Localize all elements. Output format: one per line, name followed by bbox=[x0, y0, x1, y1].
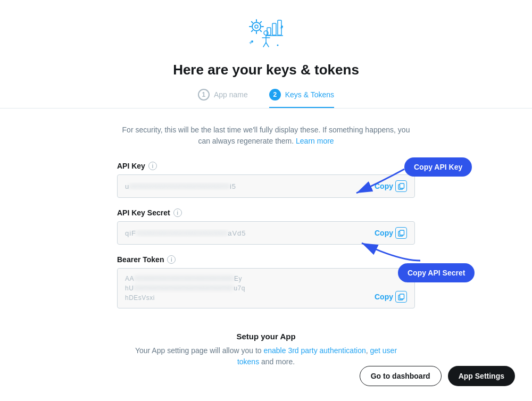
enable-3rd-party-link[interactable]: enable 3rd party authentication bbox=[263, 346, 365, 355]
security-notice: For security, this will be the last time… bbox=[117, 124, 415, 147]
bearer-token-section: Bearer Token i AA•••••••••••••••••••••••… bbox=[117, 255, 415, 308]
bearer-token-value: AA••••••••••••••••••••••••••••••••••••••… bbox=[125, 274, 368, 303]
hero-icon: + + bbox=[245, 16, 287, 62]
api-key-section: API Key i u•••••••••••••••••••••••••••••… bbox=[117, 162, 415, 198]
copy-api-key-icon bbox=[395, 180, 407, 192]
copy-api-secret-button[interactable]: Copy bbox=[368, 227, 407, 239]
svg-line-9 bbox=[260, 22, 261, 23]
api-key-secret-section: API Key Secret i qiF••••••••••••••••••••… bbox=[117, 208, 415, 245]
copy-bearer-token-icon bbox=[395, 291, 407, 303]
learn-more-link[interactable]: Learn more bbox=[296, 137, 334, 145]
api-key-secret-info-icon[interactable]: i bbox=[173, 208, 182, 217]
api-key-value: u••••••••••••••••••••••••••••••••••i5 bbox=[125, 182, 368, 190]
svg-line-18 bbox=[266, 43, 269, 47]
setup-desc: Your App setting page will allow you to … bbox=[117, 345, 415, 367]
svg-text:+: + bbox=[249, 40, 252, 46]
svg-rect-29 bbox=[400, 294, 404, 299]
bottom-bar: Go to dashboard App Settings bbox=[360, 366, 515, 386]
step1-circle: 1 bbox=[198, 89, 210, 101]
step2-label: Keys & Tokens bbox=[285, 90, 334, 99]
svg-point-0 bbox=[252, 22, 261, 31]
stepper: 1 App name 2 Keys & Tokens bbox=[198, 89, 334, 108]
svg-line-6 bbox=[252, 22, 253, 23]
copy-api-key-callout-text: Copy API Key bbox=[404, 157, 472, 177]
svg-point-21 bbox=[277, 45, 279, 46]
svg-line-8 bbox=[252, 30, 253, 31]
bearer-token-field: AA••••••••••••••••••••••••••••••••••••••… bbox=[117, 268, 415, 308]
bearer-token-info-icon[interactable]: i bbox=[167, 255, 176, 264]
go-to-dashboard-button[interactable]: Go to dashboard bbox=[360, 366, 442, 386]
copy-bearer-token-button[interactable]: Copy bbox=[368, 291, 407, 303]
api-key-label: API Key i bbox=[117, 162, 415, 170]
svg-line-7 bbox=[260, 30, 261, 31]
svg-rect-11 bbox=[272, 23, 276, 35]
api-key-info-icon[interactable]: i bbox=[148, 162, 157, 170]
svg-rect-25 bbox=[400, 183, 404, 188]
api-key-secret-value: qiF•••••••••••••••••••••••••••••••aVd5 bbox=[125, 229, 368, 237]
copy-api-secret-icon bbox=[395, 227, 407, 239]
step-app-name[interactable]: 1 App name bbox=[198, 89, 248, 108]
copy-api-key-button[interactable]: Copy bbox=[368, 180, 407, 192]
api-key-secret-field: qiF•••••••••••••••••••••••••••••••aVd5 C… bbox=[117, 221, 415, 245]
api-key-field: u••••••••••••••••••••••••••••••••••i5 Co… bbox=[117, 174, 415, 198]
step-keys-tokens[interactable]: 2 Keys & Tokens bbox=[269, 89, 334, 108]
copy-api-secret-callout-text: Copy API Secret bbox=[398, 263, 475, 282]
api-key-secret-label: API Key Secret i bbox=[117, 208, 415, 217]
svg-text:+: + bbox=[280, 25, 283, 31]
svg-point-1 bbox=[255, 25, 258, 28]
setup-section: Setup your App Your App setting page wil… bbox=[117, 332, 415, 367]
main-content: For security, this will be the last time… bbox=[117, 124, 415, 367]
page-title: Here are your keys & tokens bbox=[173, 62, 359, 78]
divider bbox=[0, 108, 532, 108]
step2-circle: 2 bbox=[269, 89, 281, 101]
svg-line-17 bbox=[263, 43, 266, 47]
svg-point-14 bbox=[264, 31, 268, 35]
bearer-token-label: Bearer Token i bbox=[117, 255, 415, 264]
app-settings-button[interactable]: App Settings bbox=[448, 366, 515, 386]
setup-title: Setup your App bbox=[117, 332, 415, 341]
step1-label: App name bbox=[214, 90, 248, 99]
svg-rect-27 bbox=[400, 230, 404, 235]
